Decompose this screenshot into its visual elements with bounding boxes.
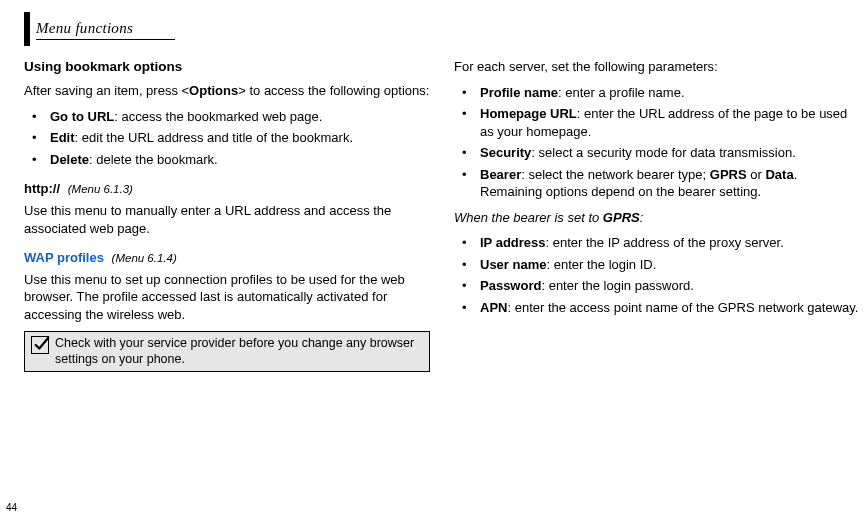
section-title-http: http:// (Menu 6.1.3)	[24, 180, 430, 198]
list-item: Go to URL: access the bookmarked web pag…	[24, 108, 430, 126]
option-term: Go to URL	[50, 109, 114, 124]
param-term: Profile name	[480, 85, 558, 100]
list-item: User name: enter the login ID.	[454, 256, 860, 274]
server-params-list: Profile name: enter a profile name. Home…	[454, 84, 860, 201]
tab-accent-bar	[24, 12, 30, 46]
bookmark-options-intro: After saving an item, press <Options> to…	[24, 82, 430, 100]
wap-lead: WAP profiles	[24, 250, 104, 265]
param-term: APN	[480, 300, 507, 315]
param-desc: : enter the IP address of the proxy serv…	[546, 235, 784, 250]
bearer-mid: or	[747, 167, 766, 182]
list-item: Homepage URL: enter the URL address of t…	[454, 105, 860, 140]
param-desc: : enter a profile name.	[558, 85, 684, 100]
section-header: Menu functions	[36, 18, 175, 40]
intro-post: > to access the following options:	[238, 83, 429, 98]
note-text: Check with your service provider before …	[55, 336, 423, 367]
bearer-option-data: Data	[765, 167, 793, 182]
body-columns: Using bookmark options After saving an i…	[24, 58, 860, 496]
options-soft-key: Options	[189, 83, 238, 98]
option-desc: : delete the bookmark.	[89, 152, 218, 167]
list-item: Bearer: select the network bearer type; …	[454, 166, 860, 201]
param-term: User name	[480, 257, 546, 272]
page-number: 44	[6, 501, 17, 515]
param-term: IP address	[480, 235, 546, 250]
page: Menu functions 44 Using bookmark options…	[0, 0, 868, 520]
bookmark-options-list: Go to URL: access the bookmarked web pag…	[24, 108, 430, 169]
param-desc: : enter the access point name of the GPR…	[507, 300, 858, 315]
when-pre: When the bearer is set to	[454, 210, 603, 225]
list-item: Password: enter the login password.	[454, 277, 860, 295]
list-item: Edit: edit the URL address and title of …	[24, 129, 430, 147]
section-title-wap-profiles: WAP profiles (Menu 6.1.4)	[24, 249, 430, 267]
http-lead: http://	[24, 181, 60, 196]
header-tab: Menu functions	[24, 16, 175, 42]
list-item: Profile name: enter a profile name.	[454, 84, 860, 102]
note-box: Check with your service provider before …	[24, 331, 430, 372]
left-column: Using bookmark options After saving an i…	[24, 58, 430, 496]
intro-pre: After saving an item, press <	[24, 83, 189, 98]
when-bearer-gprs: When the bearer is set to GPRS:	[454, 209, 860, 227]
list-item: Security: select a security mode for dat…	[454, 144, 860, 162]
param-term: Bearer	[480, 167, 521, 182]
http-desc: Use this menu to manually enter a URL ad…	[24, 202, 430, 237]
gprs-params-list: IP address: enter the IP address of the …	[454, 234, 860, 316]
list-item: Delete: delete the bookmark.	[24, 151, 430, 169]
option-term: Delete	[50, 152, 89, 167]
option-desc: : edit the URL address and title of the …	[75, 130, 353, 145]
section-title-bookmark-options: Using bookmark options	[24, 58, 430, 76]
server-params-intro: For each server, set the following param…	[454, 58, 860, 76]
param-term: Homepage URL	[480, 106, 577, 121]
bearer-pre: : select the network bearer type;	[521, 167, 710, 182]
option-term: Edit	[50, 130, 75, 145]
right-column: For each server, set the following param…	[454, 58, 860, 496]
param-desc: : enter the login password.	[541, 278, 693, 293]
param-desc: : select a security mode for data transm…	[531, 145, 795, 160]
checkbox-icon	[31, 336, 49, 354]
when-post: :	[640, 210, 644, 225]
bearer-option-gprs: GPRS	[710, 167, 747, 182]
option-desc: : access the bookmarked web page.	[114, 109, 322, 124]
when-bold: GPRS	[603, 210, 640, 225]
param-desc: : enter the login ID.	[546, 257, 656, 272]
list-item: IP address: enter the IP address of the …	[454, 234, 860, 252]
list-item: APN: enter the access point name of the …	[454, 299, 860, 317]
wap-desc: Use this menu to set up connection profi…	[24, 271, 430, 324]
param-term: Password	[480, 278, 541, 293]
param-term: Security	[480, 145, 531, 160]
http-menu-ref: (Menu 6.1.3)	[68, 183, 133, 195]
wap-menu-ref: (Menu 6.1.4)	[112, 252, 177, 264]
